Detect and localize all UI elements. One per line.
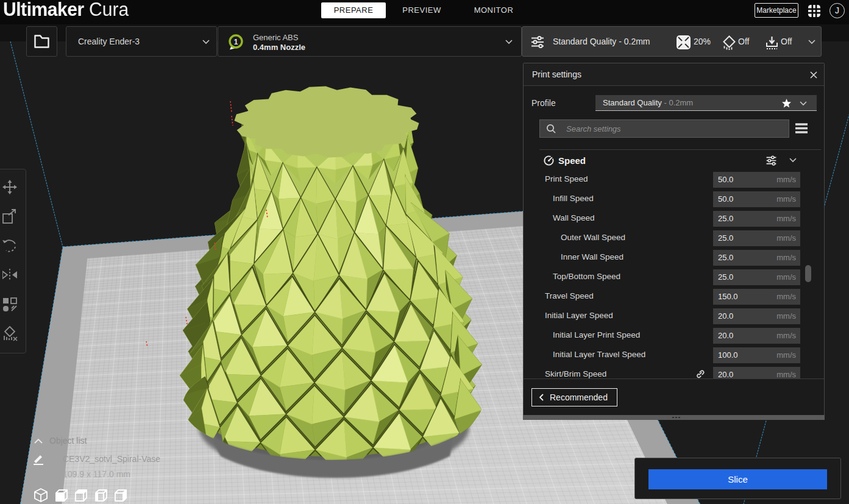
svg-text:1: 1 bbox=[234, 38, 238, 46]
